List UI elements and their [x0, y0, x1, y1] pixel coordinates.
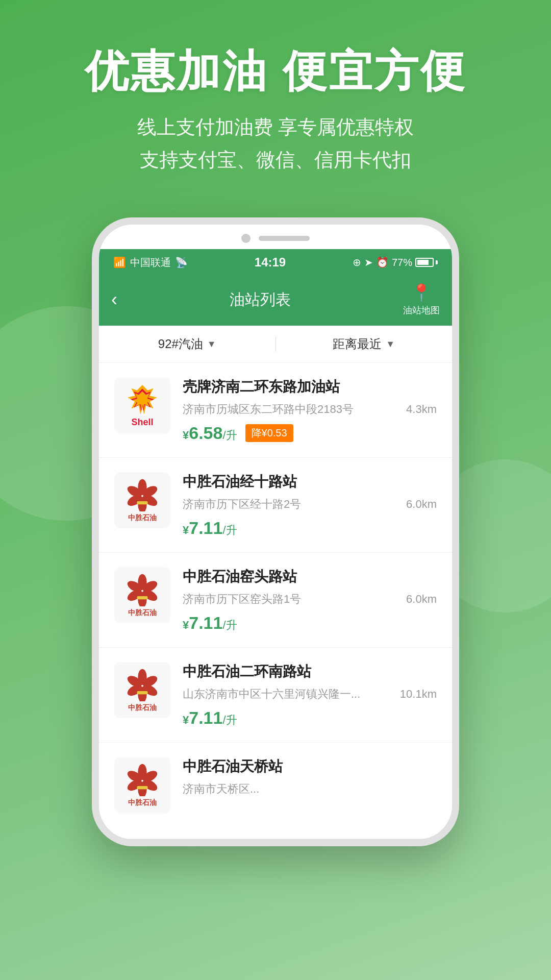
station-name-0: 壳牌济南二环东路加油站: [183, 377, 437, 397]
station-info-1: 中胜石油经十路站 济南市历下区经十路2号 6.0km ¥7.11/升: [183, 472, 437, 538]
phone-speaker: [259, 236, 310, 241]
zhongsheng-logo-wrapper-4: 中胜石油: [124, 763, 161, 807]
map-button[interactable]: 📍 油站地图: [403, 283, 440, 316]
hero-title: 优惠加油 便宜方便: [0, 46, 551, 96]
station-address-2: 济南市历下区窑头路1号: [183, 592, 400, 607]
station-info-4: 中胜石油天桥站 济南市天桥区...: [183, 757, 437, 803]
station-distance-1: 6.0km: [406, 498, 437, 511]
station-name-1: 中胜石油经十路站: [183, 472, 437, 492]
station-address-row-1: 济南市历下区经十路2号 6.0km: [183, 497, 437, 512]
nav-title: 油站列表: [117, 289, 403, 310]
zhongsheng-svg-icon-3: [124, 668, 161, 701]
station-logo-2: 中胜石油: [114, 567, 170, 623]
zhongsheng-svg-icon-1: [124, 478, 161, 511]
nav-bar: ‹ 油站列表 📍 油站地图: [99, 274, 452, 326]
station-distance-2: 6.0km: [406, 593, 437, 606]
shell-logo-wrapper: Shell: [124, 383, 160, 428]
station-distance-3: 10.1km: [400, 688, 437, 701]
status-right: ⊕ ➤ ⏰ 77%: [353, 256, 438, 268]
station-info-3: 中胜石油二环南路站 山东济南市中区十六里河镇兴隆一... 10.1km ¥7.1…: [183, 662, 437, 728]
station-logo-4: 中胜石油: [114, 757, 170, 813]
zhongsheng-logo-wrapper-3: 中胜石油: [124, 668, 161, 713]
zhongsheng-svg-icon-4: [124, 763, 161, 796]
nav-icon: ➤: [364, 256, 373, 268]
station-price-row-3: ¥7.11/升: [183, 708, 437, 728]
zhongsheng-svg-icon-2: [124, 573, 161, 606]
station-name-3: 中胜石油二环南路站: [183, 662, 437, 681]
station-address-3: 山东济南市中区十六里河镇兴隆一...: [183, 687, 394, 702]
station-info-2: 中胜石油窑头路站 济南市历下区窑头路1号 6.0km ¥7.11/升: [183, 567, 437, 633]
station-address-4: 济南市天桥区...: [183, 781, 437, 797]
wifi-icon: 📡: [175, 256, 188, 268]
station-price-3: ¥7.11/升: [183, 708, 237, 728]
phone-camera: [241, 234, 251, 243]
station-price-row-1: ¥7.11/升: [183, 518, 437, 538]
station-name-4: 中胜石油天桥站: [183, 757, 437, 776]
status-time: 14:19: [255, 255, 286, 270]
station-address-1: 济南市历下区经十路2号: [183, 497, 400, 512]
station-address-row-4: 济南市天桥区...: [183, 781, 437, 797]
station-item-3[interactable]: 中胜石油 中胜石油二环南路站 山东济南市中区十六里河镇兴隆一... 10.1km…: [99, 648, 452, 743]
zhongsheng-brand-text-1: 中胜石油: [128, 513, 157, 523]
battery-icon: [415, 258, 438, 267]
fuel-type-arrow: ▼: [207, 339, 216, 350]
hero-subtitle-line1: 线上支付加油费 享专属优惠特权: [0, 111, 551, 144]
sort-type-filter[interactable]: 距离最近 ▼: [276, 336, 453, 352]
station-logo-0: Shell: [114, 377, 170, 433]
zhongsheng-brand-text-3: 中胜石油: [128, 703, 157, 713]
station-price-row-2: ¥7.11/升: [183, 613, 437, 633]
battery-percent: 77%: [392, 257, 412, 268]
sort-type-label: 距离最近: [333, 336, 382, 352]
station-item-2[interactable]: 中胜石油 中胜石油窑头路站 济南市历下区窑头路1号 6.0km ¥7.11/升: [99, 553, 452, 648]
location-icon: ⊕: [353, 256, 361, 268]
zhongsheng-brand-text-4: 中胜石油: [128, 798, 157, 807]
station-address-row-3: 山东济南市中区十六里河镇兴隆一... 10.1km: [183, 687, 437, 702]
hero-subtitle-line2: 支持支付宝、微信、信用卡代扣: [0, 143, 551, 177]
shell-svg-icon: [124, 383, 160, 416]
zhongsheng-logo-wrapper-2: 中胜石油: [124, 573, 161, 618]
sort-type-arrow: ▼: [386, 339, 395, 350]
filter-bar: 92#汽油 ▼ 距离最近 ▼: [99, 326, 452, 363]
station-price-row-0: ¥6.58/升 降¥0.53: [183, 423, 437, 443]
alarm-icon: ⏰: [376, 256, 389, 268]
svg-rect-9: [137, 501, 148, 504]
station-logo-3: 中胜石油: [114, 662, 170, 718]
fuel-type-filter[interactable]: 92#汽油 ▼: [99, 336, 276, 352]
hero-subtitle: 线上支付加油费 享专属优惠特权 支持支付宝、微信、信用卡代扣: [0, 111, 551, 177]
station-price-0: ¥6.58/升: [183, 423, 237, 443]
map-icon: 📍: [411, 283, 432, 302]
station-logo-1: 中胜石油: [114, 472, 170, 528]
station-price-1: ¥7.11/升: [183, 518, 237, 538]
phone-mockup: 📶 中国联通 📡 14:19 ⊕ ➤ ⏰ 77% ‹ 油站列表: [92, 217, 459, 846]
carrier-name: 中国联通: [130, 256, 171, 270]
back-button[interactable]: ‹: [111, 290, 117, 309]
station-item-1[interactable]: 中胜石油 中胜石油经十路站 济南市历下区经十路2号 6.0km ¥7.11/升: [99, 458, 452, 553]
station-address-row-0: 济南市历城区东二环路中段2183号 4.3km: [183, 402, 437, 417]
station-discount-0: 降¥0.53: [245, 424, 293, 442]
station-name-2: 中胜石油窑头路站: [183, 567, 437, 586]
station-address-0: 济南市历城区东二环路中段2183号: [183, 402, 400, 417]
station-list: Shell 壳牌济南二环东路加油站 济南市历城区东二环路中段2183号 4.3k…: [99, 363, 452, 839]
station-item-0[interactable]: Shell 壳牌济南二环东路加油站 济南市历城区东二环路中段2183号 4.3k…: [99, 363, 452, 458]
status-bar: 📶 中国联通 📡 14:19 ⊕ ➤ ⏰ 77%: [99, 249, 452, 274]
zhongsheng-logo-wrapper-1: 中胜石油: [124, 478, 161, 523]
shell-brand-text: Shell: [131, 417, 153, 428]
fuel-type-label: 92#汽油: [158, 336, 203, 352]
phone-top-bar: [99, 225, 452, 249]
station-item-4[interactable]: 中胜石油 中胜石油天桥站 济南市天桥区...: [99, 743, 452, 839]
station-address-row-2: 济南市历下区窑头路1号 6.0km: [183, 592, 437, 607]
status-left: 📶 中国联通 📡: [113, 256, 188, 270]
map-button-label: 油站地图: [403, 304, 440, 316]
station-info-0: 壳牌济南二环东路加油站 济南市历城区东二环路中段2183号 4.3km ¥6.5…: [183, 377, 437, 443]
zhongsheng-brand-text-2: 中胜石油: [128, 608, 157, 618]
svg-rect-23: [137, 691, 148, 694]
station-distance-0: 4.3km: [406, 403, 437, 416]
signal-icon: 📶: [113, 256, 126, 268]
svg-rect-16: [137, 596, 148, 599]
station-price-2: ¥7.11/升: [183, 613, 237, 633]
svg-rect-30: [137, 786, 148, 789]
hero-section: 优惠加油 便宜方便 线上支付加油费 享专属优惠特权 支持支付宝、微信、信用卡代扣: [0, 0, 551, 207]
